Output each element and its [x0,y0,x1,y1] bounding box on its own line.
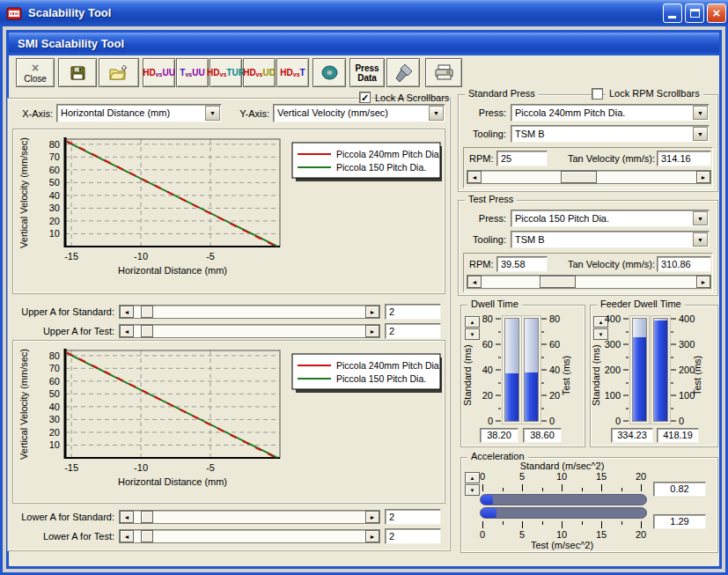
acceleration-spin-down-button[interactable]: ▼ [465,484,480,496]
scrollbar-thumb[interactable] [141,530,153,542]
gauge-tick-mark [623,421,629,422]
scrollbar-thumb[interactable] [141,325,153,337]
scroll-left-icon[interactable]: ◄ [120,306,134,318]
chevron-down-icon[interactable]: ▼ [205,106,220,121]
test-rpm-scrollbar[interactable]: ◄ ► [467,275,711,289]
scroll-right-icon[interactable]: ► [365,530,379,542]
chevron-down-icon[interactable]: ▼ [693,127,708,141]
t-vs-uu-button[interactable]: TvsUU [176,58,209,87]
acceleration-top-ticks [482,484,642,492]
scroll-left-icon[interactable]: ◄ [120,530,134,542]
lower-a-standard-scrollbar[interactable]: ◄ ► [119,510,380,524]
hd-vs-t-button[interactable]: HDvsT [276,58,309,87]
svg-text:40: 40 [49,402,60,412]
test-tan-velocity-field[interactable]: 310.86 [657,256,711,272]
test-press-select[interactable]: Piccola 150 Pitch Dia. ▼ [511,210,710,227]
standard-rpm-field[interactable]: 25 [496,151,548,166]
standard-tooling-select[interactable]: TSM B ▼ [511,125,710,143]
chevron-down-icon[interactable]: ▼ [693,211,708,225]
x-axis-select[interactable]: Horizontal Distance (mm) ▼ [56,104,222,122]
gauge-minor-tick [541,408,544,409]
feeder-test-gauge [653,318,668,422]
svg-text:Piccola 240mm Pitch Dia.: Piccola 240mm Pitch Dia. [336,149,442,159]
chevron-down-icon[interactable]: ▼ [429,106,444,121]
acceleration-tick-label: 15 [596,472,607,482]
scrollbar-thumb[interactable] [141,511,153,523]
maximize-button[interactable] [685,4,704,23]
feeder-standard-value[interactable]: 334.23 [611,428,653,443]
upper-a-standard-value[interactable]: 2 [385,304,441,320]
standard-tan-velocity-field[interactable]: 314.16 [657,151,711,166]
flashlight-button[interactable] [386,58,420,87]
hd-vs-tur-button[interactable]: HDvsTUR [210,58,242,87]
save-button[interactable] [58,58,97,87]
svg-text:20: 20 [49,427,60,438]
gauge-tick-label: 80 [549,314,560,324]
press-data-label-1: Press [355,63,379,73]
press-data-button[interactable]: Press Data [349,58,385,87]
feeder-test-value[interactable]: 418.19 [657,428,699,443]
upper-a-test-scrollbar[interactable]: ◄ ► [119,324,380,338]
acceleration-standard-value[interactable]: 0.82 [653,482,706,497]
scroll-right-icon[interactable]: ► [696,276,710,288]
open-button[interactable] [99,58,139,87]
gauge-tick-label: 20 [482,391,493,401]
gauge-tick-label: 60 [549,340,560,350]
test-tooling-select[interactable]: TSM B ▼ [511,231,710,248]
lower-a-test-scrollbar[interactable]: ◄ ► [119,529,380,543]
dwell-time-title: Dwell Time [467,299,522,310]
svg-text:Vertical Velocity (mm/sec): Vertical Velocity (mm/sec) [18,349,29,460]
close-tool-button[interactable]: × Close [16,58,55,87]
standard-tooling-value: TSM B [515,129,545,139]
close-window-button[interactable]: × [707,4,726,23]
lock-a-scrollbars-label: Lock A Scrollbars [375,92,449,104]
dwell-test-value[interactable]: 38.60 [523,428,562,443]
acceleration-spin-up-button[interactable]: ▲ [465,472,480,483]
dwell-test-gauge [524,318,539,422]
lock-a-scrollbars-checkbox[interactable]: ✓ [359,92,371,103]
upper-a-standard-scrollbar[interactable]: ◄ ► [119,305,380,319]
svg-text:Piccola 150 Pitch Dia.: Piccola 150 Pitch Dia. [336,373,426,384]
dwell-standard-value[interactable]: 38.20 [480,428,518,443]
gauge-minor-tick [498,382,501,383]
scroll-right-icon[interactable]: ► [365,306,379,318]
svg-text:-5: -5 [206,251,215,262]
lower-a-test-value[interactable]: 2 [385,528,441,544]
svg-text:20: 20 [49,216,60,226]
gauge-tick-label: 40 [482,365,493,375]
scrollbar-thumb[interactable] [540,276,576,288]
scroll-right-icon[interactable]: ► [696,171,710,183]
standard-press-title: Standard Press [465,88,539,100]
hd-vs-ud-button[interactable]: HDvsUD [243,58,276,87]
acceleration-test-value[interactable]: 1.29 [653,514,706,529]
scroll-left-icon[interactable]: ◄ [120,511,134,523]
acceleration-top-scale: 05101520 [482,472,642,482]
scrollbar-thumb[interactable] [561,171,597,183]
scroll-left-icon[interactable]: ◄ [120,325,134,337]
minimize-button[interactable] [663,4,682,23]
standard-press-select[interactable]: Piccola 240mm Pitch Dia. ▼ [511,104,710,122]
scroll-right-icon[interactable]: ► [365,325,379,337]
y-axis-select[interactable]: Vertical Velocity (mm/sec) ▼ [273,104,445,122]
scroll-left-icon[interactable]: ◄ [467,276,482,288]
gauge-tick-label: 400 [605,314,621,324]
hd-vs-uu-button[interactable]: HDvsUU [143,58,175,87]
scroll-right-icon[interactable]: ► [365,511,379,523]
svg-text:Horizontal Distance (mm): Horizontal Distance (mm) [118,265,227,276]
chevron-down-icon[interactable]: ▼ [693,232,708,247]
gauge-tick-mark [671,421,676,422]
lock-rpm-scrollbars-checkbox[interactable] [592,88,603,100]
lower-a-standard-value[interactable]: 2 [385,509,441,525]
test-rpm-field[interactable]: 39.58 [496,256,548,272]
print-button[interactable] [425,58,462,87]
gauge-tick-mark [541,421,547,422]
scroll-left-icon[interactable]: ◄ [467,171,482,183]
svg-text:70: 70 [49,151,60,162]
feeder-dwell-time-title: Feeder Dwell Time [597,299,685,310]
scrollbar-thumb[interactable] [141,306,153,318]
cd-button[interactable] [313,58,346,87]
standard-rpm-scrollbar[interactable]: ◄ ► [467,170,711,184]
svg-text:30: 30 [49,414,60,424]
upper-a-test-value[interactable]: 2 [385,323,441,339]
chevron-down-icon[interactable]: ▼ [693,106,708,120]
